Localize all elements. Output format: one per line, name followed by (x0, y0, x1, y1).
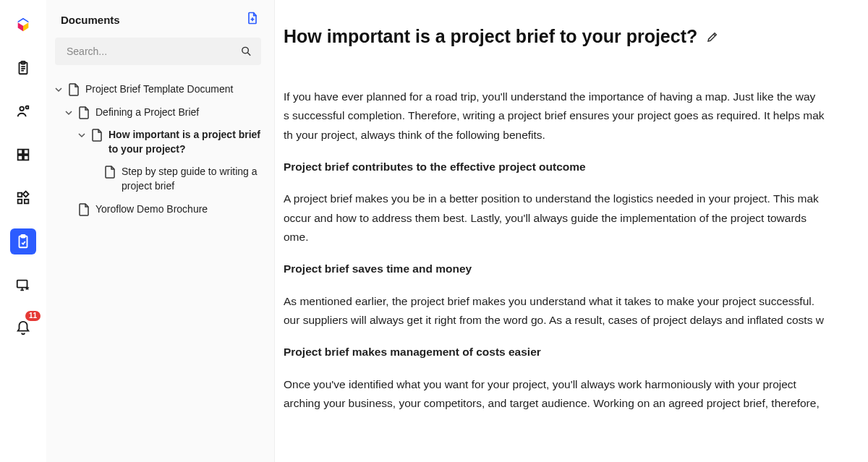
body-text: A project brief makes you be in a better… (284, 189, 868, 208)
section-heading: Project brief saves time and money (284, 262, 472, 275)
tree-label: Project Brief Template Document (85, 82, 261, 97)
edit-icon[interactable] (706, 30, 719, 43)
tree-label: Step by step guide to writing a project … (122, 165, 261, 193)
section-heading: Project brief makes management of costs … (284, 346, 541, 358)
body-text: occur and how to address them best. Last… (284, 209, 868, 228)
add-document-button[interactable] (245, 10, 260, 29)
user-settings-icon[interactable] (10, 98, 36, 124)
svg-rect-7 (18, 150, 22, 154)
sidebar-title: Documents (61, 14, 120, 26)
body-text: th your project, always think of the fol… (284, 126, 868, 145)
svg-point-20 (242, 47, 249, 53)
tree-item-defining-brief[interactable]: Defining a Project Brief (52, 101, 264, 124)
logo-icon[interactable] (10, 12, 36, 38)
document-tree: Project Brief Template Document Defining… (52, 78, 264, 221)
grid-icon[interactable] (10, 142, 36, 168)
document-icon (78, 106, 90, 119)
document-icon (78, 203, 90, 216)
body-text: arching your business, your competitors,… (284, 394, 868, 413)
sidebar-panel: Documents Project Brief Template Documen… (46, 0, 275, 462)
page-title: How important is a project brief to your… (284, 26, 697, 47)
docs-nav-icon[interactable] (10, 228, 36, 254)
svg-line-21 (247, 53, 250, 56)
tree-item-project-brief-template[interactable]: Project Brief Template Document (52, 78, 264, 101)
svg-rect-12 (18, 200, 22, 204)
svg-point-5 (20, 107, 24, 111)
tree-item-yoroflow-brochure[interactable]: Yoroflow Demo Brochure (52, 198, 264, 221)
notifications-icon[interactable]: 11 (10, 315, 36, 341)
tree-item-how-important[interactable]: How important is a project brief to your… (52, 124, 264, 161)
document-body: If you have ever planned for a road trip… (284, 87, 868, 413)
chevron-down-icon (65, 109, 72, 116)
clipboard-icon[interactable] (10, 55, 36, 81)
document-icon (68, 83, 80, 96)
section-heading: Project brief contributes to the effecti… (284, 161, 586, 173)
svg-rect-13 (25, 200, 29, 204)
icon-rail: 11 (0, 0, 46, 462)
body-text: Once you've identified what you want for… (284, 375, 868, 394)
tree-item-step-guide[interactable]: Step by step guide to writing a project … (52, 161, 264, 197)
body-text: If you have ever planned for a road trip… (284, 87, 868, 106)
search-input[interactable] (55, 38, 261, 65)
search-icon[interactable] (240, 46, 252, 58)
main-content: How important is a project brief to your… (275, 0, 868, 462)
document-icon (91, 129, 103, 142)
body-text: As mentioned earlier, the project brief … (284, 292, 868, 311)
svg-rect-16 (21, 235, 25, 238)
tree-label: Yoroflow Demo Brochure (95, 202, 261, 217)
screen-star-icon[interactable] (10, 272, 36, 298)
svg-rect-10 (24, 155, 28, 160)
tree-label: Defining a Project Brief (95, 106, 261, 120)
notifications-badge: 11 (25, 311, 41, 321)
svg-rect-8 (24, 150, 28, 154)
body-text: s successful completion. Therefore, writ… (284, 106, 868, 125)
svg-rect-11 (18, 193, 22, 197)
chevron-down-icon (55, 86, 62, 93)
chevron-down-icon (78, 132, 85, 139)
widgets-icon[interactable] (10, 185, 36, 211)
document-icon (104, 166, 116, 179)
svg-rect-9 (18, 155, 22, 160)
tree-label: How important is a project brief to your… (109, 128, 261, 156)
body-text: ome. (284, 228, 868, 247)
body-text: our suppliers will always get it right f… (284, 311, 868, 330)
svg-rect-17 (17, 281, 27, 288)
svg-rect-14 (23, 192, 29, 197)
